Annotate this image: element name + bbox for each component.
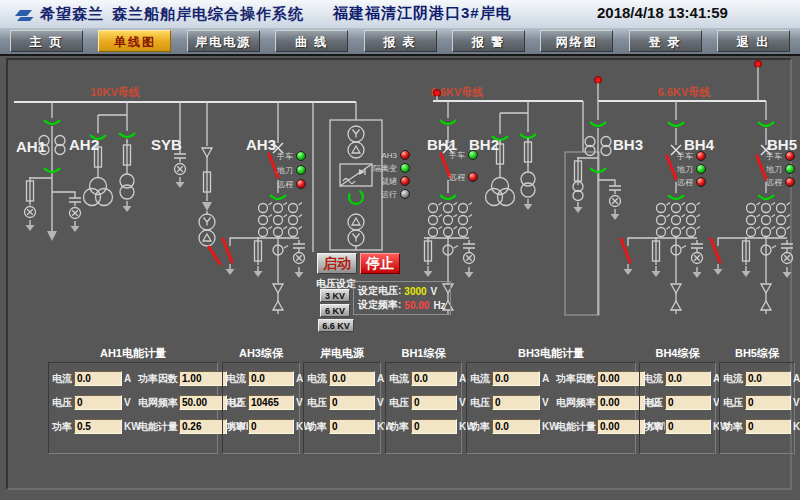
field-label: 功率 [226, 420, 248, 434]
svg-text:AH3: AH3 [381, 151, 397, 160]
svg-text:远程: 远程 [449, 173, 466, 182]
panel-title: BH3电能计量 [466, 346, 636, 360]
menu-button-single-line[interactable]: 单线图 [98, 30, 171, 52]
transformer-icon [348, 214, 364, 230]
panel-title: 岸电电源 [303, 346, 381, 360]
field-value: 0.0 [665, 371, 711, 386]
field-label: 电流 [226, 372, 248, 386]
svg-text:地刀: 地刀 [276, 166, 293, 175]
field-value: 0 [745, 419, 791, 434]
field-unit: V [124, 397, 134, 408]
live-lamp-icon [434, 90, 441, 97]
field-value: 0 [665, 395, 711, 410]
feeder-bh5[interactable]: BH5 [711, 101, 797, 314]
field-label: 电能计量 [138, 420, 179, 434]
field-value: 0 [329, 395, 375, 410]
breaker-closed-icon [520, 134, 536, 138]
ct-grid-icon [259, 203, 303, 237]
feeder-label: BH3 [613, 136, 643, 153]
menu-button-home[interactable]: 主 页 [10, 30, 83, 52]
feeder-label: BH4 [684, 136, 715, 153]
field-value: 0.0 [492, 419, 540, 434]
kv-option-6kv[interactable]: 6 KV [320, 304, 350, 317]
menu-button-curves[interactable]: 曲 线 [275, 30, 348, 52]
field-label: 电网频率 [556, 396, 597, 410]
field-value: 0.26 [179, 419, 227, 434]
field-label: 电能计量 [556, 420, 597, 434]
feeder-label: AH3 [246, 136, 276, 153]
feeder-ah1[interactable]: AH1 [16, 102, 81, 241]
feeder-label: BH2 [469, 136, 499, 153]
title-bar: 希望森兰 森兰船舶岸电综合操作系统 福建福清江阴港口3#岸电 2018/4/18… [0, 0, 800, 28]
panel-bh5-protection: BH5综保 电流0.0A 电压0V 功率0KW [719, 346, 795, 454]
field-unit: A [124, 373, 134, 384]
site-title: 福建福清江阴港口3#岸电 [333, 4, 512, 23]
bh1-status-lights: 手车 远程 [448, 151, 478, 183]
indicator-light [401, 190, 410, 199]
menu-button-reports[interactable]: 报 表 [364, 30, 437, 52]
transformer-icon [521, 172, 535, 197]
field-value: 0.0 [329, 371, 375, 386]
disconnector-open-icon [667, 156, 676, 179]
field-value: 0 [329, 419, 375, 434]
indicator-light [297, 166, 306, 175]
field-value: 0.00 [597, 419, 645, 434]
field-unit: V [793, 397, 800, 408]
set-freq-value: 50.00 [404, 300, 429, 311]
panel-title: BH5综保 [719, 346, 795, 360]
field-unit: V [542, 397, 552, 408]
svg-text:手车: 手车 [765, 152, 782, 161]
feeder-label: SYB [151, 136, 182, 153]
menu-button-exit[interactable]: 退 出 [717, 30, 790, 52]
stop-button[interactable]: 停止 [360, 253, 400, 274]
svg-text:远程: 远程 [766, 178, 783, 187]
start-button[interactable]: 启动 [317, 253, 357, 274]
field-value: 0.00 [597, 395, 645, 410]
menu-button-shore-power[interactable]: 岸电电源 [187, 30, 260, 52]
panel-shore-power: 岸电电源 电流0.0A 电压0V 功率0KW [303, 346, 381, 454]
field-label: 电流 [723, 372, 745, 386]
feeder-bh4[interactable]: BH4 [621, 101, 715, 314]
menu-button-alarms[interactable]: 报 警 [452, 30, 525, 52]
set-freq-unit: Hz [433, 300, 445, 311]
transformer-icon [199, 230, 215, 246]
field-label: 功率 [307, 420, 329, 434]
earth-switch-open-icon [621, 239, 630, 262]
menu-button-login[interactable]: 登 录 [629, 30, 702, 52]
panel-ah3-protection: AH3综保 电流0.0A 电压10465V 功率0KW [222, 346, 300, 454]
feeder-ah2[interactable]: AH2 [69, 102, 135, 212]
svg-text:隔离变: 隔离变 [373, 164, 397, 173]
transformer-icon [199, 214, 215, 230]
breaker-closed-icon [44, 120, 60, 124]
field-label: 功率 [52, 420, 74, 434]
svg-text:运行: 运行 [381, 190, 397, 199]
indicator-light [786, 178, 795, 187]
field-value: 0.0 [248, 371, 294, 386]
bh4-status-lights: 手车 地刀 远程 [676, 152, 706, 188]
field-unit: A [542, 373, 552, 384]
set-voltage-value: 3000 [404, 286, 426, 297]
panel-title: BH1综保 [385, 346, 462, 360]
field-label: 电流 [643, 372, 665, 386]
feeder-bh2[interactable]: BH2 [469, 101, 536, 210]
bus-label-10kv: 10KV母线 [90, 86, 140, 98]
field-label: 电流 [52, 372, 74, 386]
converter-unit[interactable] [313, 102, 382, 252]
indicator-light [297, 152, 306, 161]
feeder-ah3[interactable]: AH3 [223, 102, 305, 314]
app-title: 森兰船舶岸电综合操作系统 [112, 5, 304, 24]
kv-option-6-6kv[interactable]: 6.6 KV [318, 319, 354, 332]
svg-text:手车: 手车 [448, 151, 465, 160]
breaker-closed-icon [440, 120, 456, 124]
bus-tie-cabinet [565, 101, 599, 315]
svg-text:远程: 远程 [677, 178, 694, 187]
field-value: 50.00 [179, 395, 227, 410]
menu-button-network[interactable]: 网络图 [540, 30, 613, 52]
field-value: 0 [745, 395, 791, 410]
senlan-logo-icon [12, 6, 36, 24]
breaker-closed-icon [590, 122, 606, 126]
feeder-syb[interactable]: SYB [151, 102, 220, 264]
kv-option-3kv[interactable]: 3 KV [320, 289, 350, 302]
field-value: 0.5 [74, 419, 122, 434]
datetime-display: 2018/4/18 13:41:59 [597, 4, 728, 21]
